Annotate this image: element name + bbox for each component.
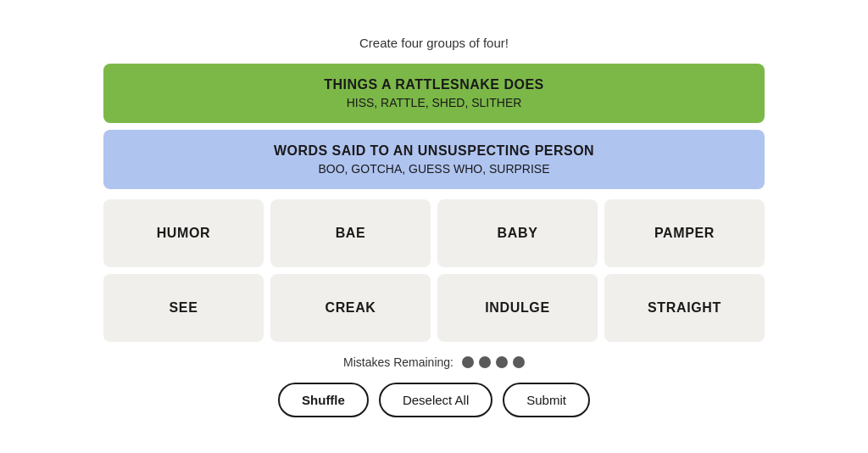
category-blue: WORDS SAID TO AN UNSUSPECTING PERSON BOO… [103, 130, 765, 189]
category-blue-items: BOO, GOTCHA, GUESS WHO, SURPRISE [318, 162, 549, 176]
tile-pamper[interactable]: PAMPER [604, 199, 765, 267]
category-green: THINGS A RATTLESNAKE DOES HISS, RATTLE, … [103, 64, 765, 123]
dots-group [462, 356, 525, 368]
tile-indulge[interactable]: INDULGE [437, 274, 598, 342]
tile-creak[interactable]: CREAK [270, 274, 431, 342]
tile-see[interactable]: SEE [103, 274, 264, 342]
shuffle-button[interactable]: Shuffle [278, 383, 369, 417]
category-blue-title: WORDS SAID TO AN UNSUSPECTING PERSON [274, 143, 594, 159]
tile-baby[interactable]: BABY [437, 199, 598, 267]
categories-area: THINGS A RATTLESNAKE DOES HISS, RATTLE, … [103, 64, 765, 189]
tiles-grid: HUMOR BAE BABY PAMPER SEE CREAK INDULGE … [103, 199, 765, 342]
submit-button[interactable]: Submit [503, 383, 590, 417]
game-container: Create four groups of four! THINGS A RAT… [103, 19, 765, 434]
subtitle: Create four groups of four! [359, 36, 509, 50]
mistake-dot-4 [513, 356, 525, 368]
tile-straight[interactable]: STRAIGHT [604, 274, 765, 342]
tile-humor[interactable]: HUMOR [103, 199, 264, 267]
deselect-all-button[interactable]: Deselect All [379, 383, 492, 417]
mistake-dot-2 [479, 356, 491, 368]
mistakes-label: Mistakes Remaining: [343, 355, 453, 369]
mistakes-row: Mistakes Remaining: [343, 355, 525, 369]
buttons-row: Shuffle Deselect All Submit [278, 383, 590, 417]
tile-bae[interactable]: BAE [270, 199, 431, 267]
category-green-title: THINGS A RATTLESNAKE DOES [324, 77, 543, 92]
mistake-dot-1 [462, 356, 474, 368]
category-green-items: HISS, RATTLE, SHED, SLITHER [347, 96, 522, 109]
mistake-dot-3 [496, 356, 508, 368]
